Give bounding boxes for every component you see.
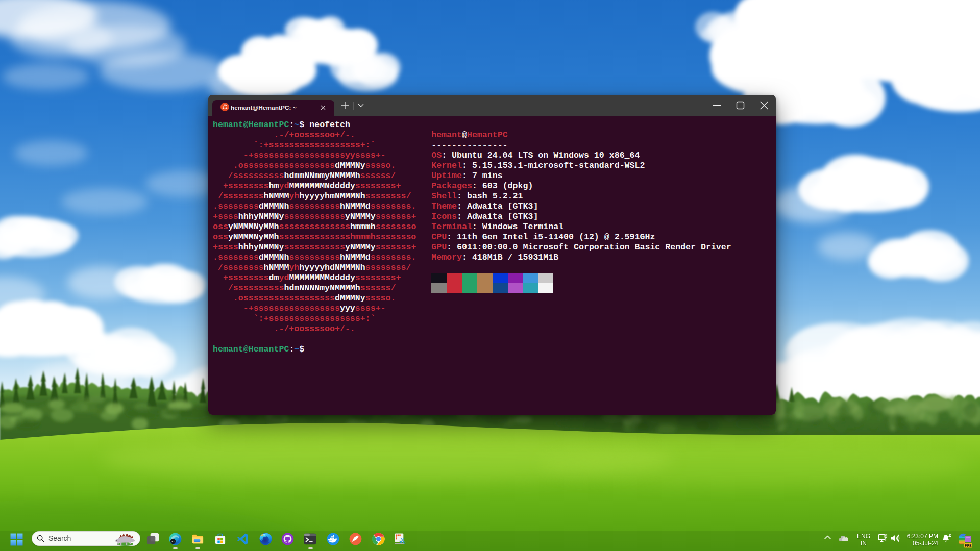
svg-text:PRE: PRE: [965, 544, 972, 547]
